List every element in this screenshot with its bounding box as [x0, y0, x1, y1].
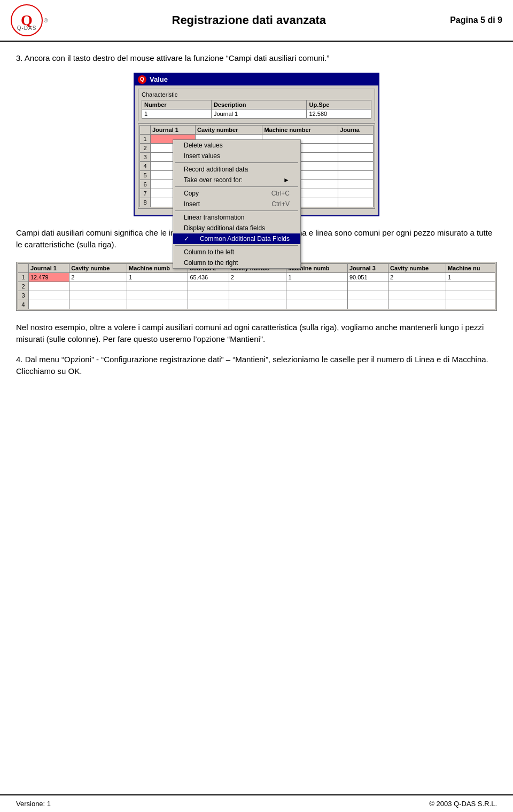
col-number: Number [142, 100, 212, 109]
lrow-mn3 [446, 300, 495, 309]
page-header: Q Q-DAS ® Registrazione dati avanzata Pa… [0, 0, 513, 42]
th-cavity: Cavity number [196, 125, 262, 134]
lrow-j3 [347, 300, 388, 309]
main-content: 3. Ancora con il tasto destro del mouse … [0, 42, 513, 396]
section3-text: Nel nostro esempio, oltre a volere i cam… [16, 322, 497, 346]
menu-insert-shortcut: Ctrl+V [271, 200, 290, 208]
lrow-cn2 [229, 300, 286, 309]
lth-j1: Journal 1 [29, 263, 69, 272]
row-num: 5 [140, 170, 151, 179]
lower-table: Journal 1 Cavity numbe Machine numb Jour… [18, 263, 495, 309]
menu-copy-label: Copy [184, 190, 199, 197]
menu-record-additional[interactable]: Record additional data [173, 164, 300, 175]
lrow-num: 3 [18, 291, 29, 300]
lrow-mn3 [446, 291, 495, 300]
th-journa: Journa [338, 125, 374, 134]
char-row: 1 Journal 1 12.580 [142, 109, 371, 118]
lrow-mn1 [127, 282, 188, 291]
lrow-j1 [29, 291, 69, 300]
lrow-cn3 [388, 282, 446, 291]
char-number: 1 [142, 109, 212, 118]
lrow-cn1 [69, 291, 127, 300]
char-upsp: 12.580 [307, 109, 371, 118]
menu-linear-transform[interactable]: Linear transformation [173, 212, 300, 223]
lrow-mn3: 1 [446, 272, 495, 282]
menu-delete-values[interactable]: Delete values [173, 140, 300, 151]
menu-common-additional-label: Common Additional Data Fields [200, 235, 290, 243]
win-body: Characteristic Number Description Up.Spe [135, 85, 378, 215]
lth-j3: Journal 3 [347, 263, 388, 272]
menu-insert-values[interactable]: Insert values [173, 151, 300, 161]
lrow-num: 2 [18, 282, 29, 291]
row-num: 7 [140, 189, 151, 198]
lower-table-row: 3 [18, 291, 495, 300]
menu-display-additional[interactable]: Display additional data fields [173, 223, 300, 233]
dialog-wrapper: Q Value Characteristic Number Descriptio… [134, 73, 379, 216]
row-num: 6 [140, 179, 151, 189]
lrow-cn1: 2 [69, 272, 127, 282]
menu-common-check: ✓ [184, 235, 189, 243]
logo-area: Q Q-DAS ® [11, 4, 48, 36]
char-description: Journal 1 [211, 109, 307, 118]
menu-display-additional-label: Display additional data fields [184, 224, 265, 232]
win-dialog: Q Value Characteristic Number Descriptio… [134, 73, 379, 216]
menu-col-right[interactable]: Column to the right [173, 257, 300, 268]
section4-text: 4. Dal menu “Opzioni” - “Configurazione … [16, 354, 497, 378]
menu-col-right-label: Column to the right [184, 259, 238, 267]
menu-common-additional[interactable]: ✓ Common Additional Data Fields [173, 233, 300, 244]
th-machine: Machine number [262, 125, 338, 134]
lrow-cn3: 2 [388, 272, 446, 282]
lrow-j2 [188, 291, 229, 300]
char-group-label: Characteristic [142, 91, 371, 98]
data-area: Journal 1 Cavity number Machine number J… [138, 123, 375, 209]
menu-delete-values-label: Delete values [184, 142, 223, 149]
lrow-cn2 [229, 282, 286, 291]
lrow-num: 4 [18, 300, 29, 309]
row-num: 3 [140, 152, 151, 161]
lrow-num: 1 [18, 272, 29, 282]
lrow-cn2 [229, 291, 286, 300]
menu-divider-2 [175, 186, 298, 187]
lrow-mn2: 1 [286, 272, 347, 282]
footer-copyright: © 2003 Q-DAS S.R.L. [429, 800, 497, 808]
win-icon: Q [138, 75, 146, 84]
lower-table-row: 2 [18, 282, 495, 291]
logo-das: Q-DAS [17, 25, 37, 31]
lth-cn3: Cavity numbe [388, 263, 446, 272]
win-title: Value [150, 75, 168, 83]
lrow-j3 [347, 282, 388, 291]
lower-table-row: 4 [18, 300, 495, 309]
row-num: 2 [140, 143, 151, 152]
row-j [338, 161, 374, 170]
lrow-mn2 [286, 291, 347, 300]
row-j [338, 143, 374, 152]
lth-cn1: Cavity numbe [69, 263, 127, 272]
page-footer: Versione: 1 © 2003 Q-DAS S.R.L. [0, 794, 513, 812]
menu-copy[interactable]: Copy Ctrl+C [173, 188, 300, 199]
lrow-j1: 12.479 [29, 272, 69, 282]
col-upsp: Up.Spe [307, 100, 371, 109]
menu-insert[interactable]: Insert Ctrl+V [173, 199, 300, 209]
lrow-cn1 [69, 300, 127, 309]
lrow-j3: 90.051 [347, 272, 388, 282]
page-title: Registrazione dati avanzata [48, 13, 450, 27]
lrow-mn1 [127, 300, 188, 309]
char-group: Characteristic Number Description Up.Spe [138, 89, 375, 121]
menu-take-over-label: Take over record for: [184, 176, 243, 184]
row-j [338, 134, 374, 143]
menu-divider-1 [175, 162, 298, 163]
lower-table-row: 1 12.479 2 1 65.436 2 1 90.051 2 1 [18, 272, 495, 282]
lrow-j1 [29, 282, 69, 291]
lrow-mn1: 1 [127, 272, 188, 282]
footer-version: Versione: 1 [16, 800, 51, 808]
section1-text: 3. Ancora con il tasto destro del mouse … [16, 52, 497, 65]
lrow-cn1 [69, 282, 127, 291]
menu-divider-4 [175, 245, 298, 246]
menu-col-left[interactable]: Column to the left [173, 247, 300, 257]
menu-insert-label: Insert [184, 200, 200, 208]
menu-insert-values-label: Insert values [184, 152, 220, 160]
menu-take-over[interactable]: Take over record for: ► [173, 175, 300, 185]
lrow-j3 [347, 291, 388, 300]
menu-linear-transform-label: Linear transformation [184, 214, 244, 221]
lrow-cn2: 2 [229, 272, 286, 282]
